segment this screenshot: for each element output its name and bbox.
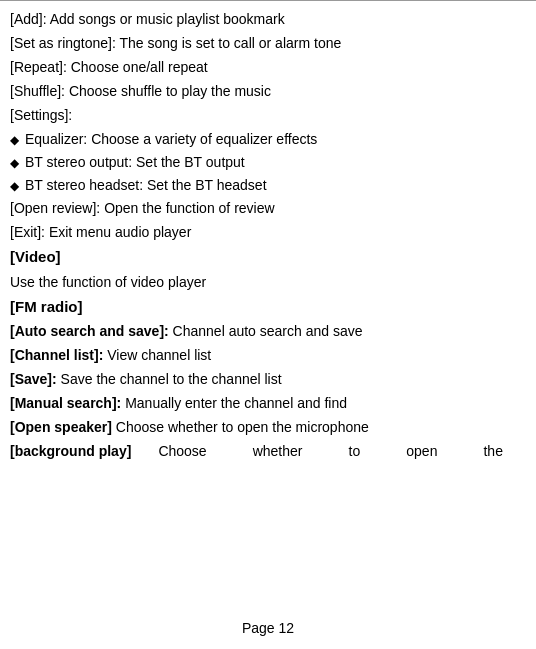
open-speaker-label: [Open speaker] [10,419,112,435]
bg-play-to: to [349,441,361,462]
auto-search-line: [Auto search and save]: Channel auto sea… [10,321,526,342]
manual-search-label: [Manual search]: [10,395,121,411]
bt-output-text: BT stereo output: Set the BT output [25,152,245,173]
background-play-label: [background play] [10,441,131,462]
manual-search-text: Manually enter the channel and find [125,395,347,411]
page-number: Page 12 [10,618,526,639]
save-label: [Save]: [10,371,57,387]
auto-search-label: [Auto search and save]: [10,323,169,339]
bg-play-the: the [483,441,502,462]
bg-play-open: open [406,441,437,462]
bt-headset-text: BT stereo headset: Set the BT headset [25,175,267,196]
manual-search-line: [Manual search]: Manually enter the chan… [10,393,526,414]
ringtone-line: [Set as ringtone]: The song is set to ca… [10,33,526,54]
bg-play-whether: whether [253,441,303,462]
fm-heading: [FM radio] [10,296,526,319]
channel-list-text: View channel list [107,347,211,363]
page-container: [Add]: Add songs or music playlist bookm… [0,0,536,649]
open-review-line: [Open review]: Open the function of revi… [10,198,526,219]
bt-headset-bullet: ◆ BT stereo headset: Set the BT headset [10,175,526,196]
bg-play-choose: Choose [158,441,206,462]
background-play-line: [background play] Choose whether to open… [10,441,526,462]
shuffle-line: [Shuffle]: Choose shuffle to play the mu… [10,81,526,102]
diamond-icon-3: ◆ [10,177,19,195]
video-desc: Use the function of video player [10,272,526,293]
diamond-icon-2: ◆ [10,154,19,172]
channel-list-line: [Channel list]: View channel list [10,345,526,366]
save-text: Save the channel to the channel list [61,371,282,387]
settings-line: [Settings]: [10,105,526,126]
video-heading: [Video] [10,246,526,269]
channel-list-label: [Channel list]: [10,347,103,363]
open-speaker-text: Choose whether to open the microphone [116,419,369,435]
content: [Add]: Add songs or music playlist bookm… [10,9,526,610]
equalizer-text: Equalizer: Choose a variety of equalizer… [25,129,317,150]
add-line: [Add]: Add songs or music playlist bookm… [10,9,526,30]
diamond-icon-1: ◆ [10,131,19,149]
repeat-line: [Repeat]: Choose one/all repeat [10,57,526,78]
open-speaker-line: [Open speaker] Choose whether to open th… [10,417,526,438]
bt-output-bullet: ◆ BT stereo output: Set the BT output [10,152,526,173]
equalizer-bullet: ◆ Equalizer: Choose a variety of equaliz… [10,129,526,150]
auto-search-text-val: Channel auto search and save [173,323,363,339]
save-line: [Save]: Save the channel to the channel … [10,369,526,390]
exit-line: [Exit]: Exit menu audio player [10,222,526,243]
